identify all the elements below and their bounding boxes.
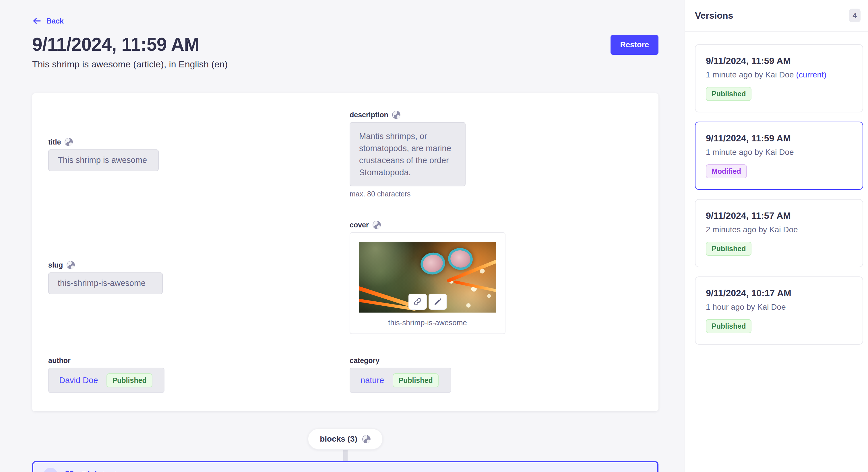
title-input: This shrimp is awesome [48,149,159,171]
cover-image [359,242,496,312]
cover-caption: this-shrimp-is-awesome [359,318,496,327]
field-category: category nature Published [350,357,642,393]
rich-text-block: Rich text body [32,461,658,472]
version-meta: 1 minute ago by Kai Doe [706,148,852,157]
version-date: 9/11/2024, 10:17 AM [706,288,852,299]
category-status-badge: Published [393,373,438,387]
versions-title: Versions [695,10,733,21]
category-link[interactable]: nature [361,376,384,385]
slug-input: this-shrimp-is-awesome [48,272,163,294]
back-link[interactable]: Back [32,16,64,26]
grid-icon [65,470,74,472]
globe-icon [64,138,73,146]
versions-list: 9/11/2024, 11:59 AM 1 minute ago by Kai … [685,32,868,357]
pencil-icon [433,297,442,306]
link-icon [413,297,422,306]
version-status-badge: Published [706,242,751,256]
slug-label: slug [48,261,63,269]
title-label: title [48,138,61,146]
version-card[interactable]: 9/11/2024, 11:57 AM 2 minutes ago by Kai… [695,199,863,267]
collapse-toggle-button[interactable] [43,468,57,472]
version-date: 9/11/2024, 11:59 AM [706,56,852,66]
version-status-badge: Published [706,87,751,101]
edit-image-button[interactable] [429,294,447,310]
versions-sidebar: Versions 4 9/11/2024, 11:59 AM 1 minute … [685,0,868,472]
category-relation-box: nature Published [350,368,451,393]
version-status-badge: Modified [706,164,747,178]
back-label: Back [46,17,64,25]
globe-icon [66,261,75,270]
description-hint: max. 80 characters [350,190,642,198]
version-meta: 1 hour ago by Kai Doe [706,303,852,312]
author-link[interactable]: David Doe [59,376,98,385]
category-label: category [350,357,379,365]
version-card[interactable]: 9/11/2024, 11:59 AM 1 minute ago by Kai … [695,44,863,112]
version-date: 9/11/2024, 11:57 AM [706,210,852,221]
cover-media-card: this-shrimp-is-awesome [350,232,505,334]
page-subtitle: This shrimp is awesome (article), in Eng… [32,59,658,70]
blocks-pill-label: blocks (3) [320,434,358,444]
globe-icon [392,110,401,119]
field-slug: slug this-shrimp-is-awesome [48,261,350,294]
author-label: author [48,357,71,365]
blocks-pill: blocks (3) [308,429,383,450]
field-description: description Mantis shrimps, or stomatopo… [350,110,642,198]
author-relation-box: David Doe Published [48,368,164,393]
fields-panel: title This shrimp is awesome description… [32,93,658,411]
description-label: description [350,111,389,119]
version-meta: 1 minute ago by Kai Doe (current) [706,70,852,79]
field-author: author David Doe Published [48,357,350,393]
field-cover: cover [350,221,642,334]
globe-icon [362,435,371,444]
rich-text-block-title: Rich text [82,470,117,472]
version-current-label: (current) [796,70,826,79]
main-content: Back 9/11/2024, 11:59 AM Restore This sh… [0,0,685,472]
description-textarea: Mantis shrimps, or stomatopods, are mari… [350,122,466,187]
version-meta: 2 minutes ago by Kai Doe [706,225,852,234]
rich-text-block-header: Rich text [33,462,657,472]
versions-count-badge: 4 [849,9,861,22]
restore-button[interactable]: Restore [611,35,658,55]
version-card[interactable]: 9/11/2024, 11:59 AM 1 minute ago by Kai … [695,122,863,190]
version-date: 9/11/2024, 11:59 AM [706,133,852,144]
field-title: title This shrimp is awesome [48,138,350,171]
version-status-badge: Published [706,319,751,333]
cover-label: cover [350,221,369,229]
blocks-connector [343,450,348,461]
globe-icon [372,221,381,229]
author-status-badge: Published [106,373,152,387]
copy-link-button[interactable] [408,294,427,310]
version-card[interactable]: 9/11/2024, 10:17 AM 1 hour ago by Kai Do… [695,276,863,345]
arrow-left-icon [32,16,42,26]
page-title: 9/11/2024, 11:59 AM [32,34,199,55]
